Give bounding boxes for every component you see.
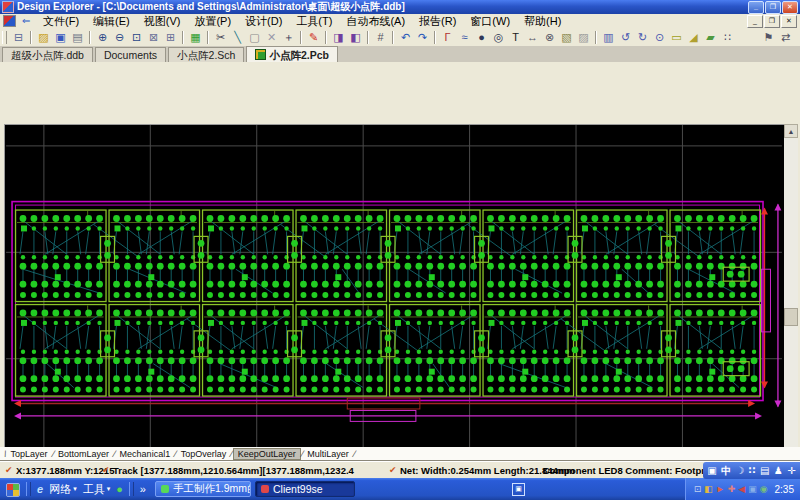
place-polygon-icon[interactable]: ◢ bbox=[685, 29, 702, 45]
vertical-scrollbar[interactable]: ▲ ▼ bbox=[784, 124, 798, 498]
tray-updates-icon[interactable]: ◧ bbox=[704, 478, 713, 500]
language-bar[interactable]: ▣中☽∷▤♟✛ bbox=[703, 462, 800, 479]
menu-item-4[interactable]: 设计(D) bbox=[238, 14, 289, 29]
quicklaunch-grip[interactable] bbox=[129, 482, 134, 496]
design-explorer-icon[interactable] bbox=[3, 15, 16, 27]
cut-icon[interactable]: ✂ bbox=[212, 29, 229, 45]
explorer-tree-icon[interactable]: ⊟ bbox=[10, 29, 27, 45]
component-array-icon[interactable]: ∷ bbox=[719, 29, 736, 45]
green-app-icon[interactable]: ● bbox=[116, 483, 123, 495]
place-origin-icon[interactable]: ⊗ bbox=[541, 29, 558, 45]
mdi-close-button[interactable]: ✕ bbox=[781, 15, 797, 28]
ime-punctuation-icon[interactable]: ∷ bbox=[749, 462, 756, 479]
document-tab-2[interactable]: 小点阵2.Sch bbox=[168, 47, 244, 62]
menu-item-3[interactable]: 放置(P) bbox=[187, 14, 238, 29]
pcb-drawing[interactable] bbox=[5, 125, 783, 497]
quicklaunch-grip[interactable] bbox=[26, 482, 31, 496]
network-menu[interactable]: 网络▾ bbox=[49, 482, 77, 497]
dropdown-arrow-icon[interactable]: ▾ bbox=[73, 485, 77, 493]
save-icon[interactable]: ▣ bbox=[52, 29, 69, 45]
rotate-angle-icon[interactable]: ⊙ bbox=[651, 29, 668, 45]
browse-library-icon[interactable]: ◧ bbox=[347, 29, 364, 45]
zoom-out-icon[interactable]: ⊖ bbox=[111, 29, 128, 45]
overflow-chevron[interactable]: » bbox=[140, 483, 146, 495]
rotate-ccw-icon[interactable]: ↺ bbox=[617, 29, 634, 45]
place-fill-icon[interactable]: ▧ bbox=[558, 29, 575, 45]
redo-icon[interactable]: ↷ bbox=[414, 29, 431, 45]
minimize-button[interactable]: _ bbox=[748, 1, 764, 14]
layer-tab-bottomlayer[interactable]: BottomLayer bbox=[54, 449, 113, 459]
browse-pcb-icon[interactable]: ▦ bbox=[187, 29, 204, 45]
rotate-cw-icon[interactable]: ↻ bbox=[634, 29, 651, 45]
mdi-restore-button[interactable]: ❐ bbox=[764, 15, 780, 28]
select-area-icon[interactable]: ▢ bbox=[246, 29, 263, 45]
menu-item-7[interactable]: 报告(R) bbox=[412, 14, 463, 29]
deselect-icon[interactable]: ✕ bbox=[263, 29, 280, 45]
mdi-minimize-button[interactable]: _ bbox=[747, 15, 763, 28]
open-document-icon[interactable]: ▨ bbox=[35, 29, 52, 45]
task-button-1[interactable]: Client99se bbox=[255, 481, 355, 497]
place-rectangle-icon[interactable]: ▭ bbox=[668, 29, 685, 45]
tools-menu[interactable]: 工具▾ bbox=[83, 482, 111, 497]
layer-tab-topoverlay[interactable]: TopOverlay bbox=[177, 449, 231, 459]
place-arc-icon[interactable]: ≈ bbox=[456, 29, 473, 45]
menu-item-2[interactable]: 视图(V) bbox=[137, 14, 188, 29]
draw-line-icon[interactable]: ╲ bbox=[229, 29, 246, 45]
start-button[interactable] bbox=[6, 483, 20, 497]
pcb-canvas[interactable] bbox=[4, 124, 784, 498]
scroll-up-button[interactable]: ▲ bbox=[784, 124, 798, 138]
menu-item-5[interactable]: 工具(T) bbox=[289, 14, 339, 29]
ie-icon[interactable]: e bbox=[37, 483, 43, 495]
place-dimension-icon[interactable]: ↔ bbox=[524, 29, 541, 45]
ime-user-icon[interactable]: ♟ bbox=[774, 462, 783, 479]
tray-health-icon[interactable]: ✚ bbox=[728, 478, 736, 500]
tray-network-icon[interactable]: ▣ bbox=[748, 478, 757, 500]
dropdown-arrow-icon[interactable]: ▾ bbox=[107, 485, 111, 493]
place-string-icon[interactable]: T bbox=[507, 29, 524, 45]
vscroll-thumb[interactable] bbox=[784, 308, 798, 326]
zoom-in-icon[interactable]: ⊕ bbox=[94, 29, 111, 45]
undo-icon[interactable]: ↶ bbox=[397, 29, 414, 45]
ie-icon[interactable]: e bbox=[37, 483, 43, 495]
menu-item-9[interactable]: 帮助(H) bbox=[517, 14, 568, 29]
maximize-button[interactable]: ❐ bbox=[765, 1, 781, 14]
zoom-selection-icon[interactable]: ⊞ bbox=[162, 29, 179, 45]
place-pad-icon[interactable]: ● bbox=[473, 29, 490, 45]
place-via-icon[interactable]: ◎ bbox=[490, 29, 507, 45]
back-arrow-icon[interactable]: ⇐ bbox=[22, 16, 33, 26]
paste-array-icon[interactable]: ▥ bbox=[600, 29, 617, 45]
library-icon[interactable]: ◨ bbox=[330, 29, 347, 45]
place-track-icon[interactable]: Γ bbox=[439, 29, 456, 45]
task-button-0[interactable]: 手工制作1.9mm的模 bbox=[155, 481, 251, 497]
tray-volume-icon[interactable]: ◀ bbox=[738, 478, 745, 500]
zoom-window-icon[interactable]: ⊡ bbox=[128, 29, 145, 45]
pinned-window-icon[interactable]: ▣ bbox=[512, 483, 525, 496]
menu-item-0[interactable]: 文件(F) bbox=[36, 14, 86, 29]
document-tab-0[interactable]: 超级小点阵.ddb bbox=[2, 47, 93, 62]
ime-lang-chinese-icon[interactable]: 中 bbox=[721, 462, 731, 479]
toolbar-grip[interactable] bbox=[2, 31, 7, 44]
ime-fullwidth-moon-icon[interactable]: ☽ bbox=[735, 462, 744, 479]
layer-tab-toplayer[interactable]: TopLayer bbox=[7, 449, 52, 459]
layer-tab-keepoutlayer[interactable]: KeepOutLayer bbox=[233, 448, 301, 460]
tray-window-icon[interactable]: ⊡ bbox=[694, 478, 702, 500]
grid-icon[interactable]: # bbox=[372, 29, 389, 45]
place-plane-icon[interactable]: ▰ bbox=[702, 29, 719, 45]
menu-item-1[interactable]: 编辑(E) bbox=[86, 14, 137, 29]
panel-toggle-icon[interactable]: ⇄ bbox=[777, 29, 794, 45]
print-icon[interactable]: ▤ bbox=[69, 29, 86, 45]
move-icon[interactable]: ＋ bbox=[280, 29, 297, 45]
ime-options-icon[interactable]: ✛ bbox=[787, 462, 795, 479]
layer-tab-mechanical1[interactable]: Mechanical1 bbox=[116, 449, 175, 459]
ime-box-icon[interactable]: ▣ bbox=[707, 462, 716, 479]
document-tab-1[interactable]: Documents bbox=[95, 47, 166, 62]
zoom-document-icon[interactable]: ⊠ bbox=[145, 29, 162, 45]
close-button[interactable]: ✕ bbox=[782, 1, 798, 14]
report-flag-icon[interactable]: ⚑ bbox=[760, 29, 777, 45]
menu-item-6[interactable]: 自动布线(A) bbox=[339, 14, 412, 29]
tray-player-icon[interactable]: ► bbox=[716, 478, 725, 500]
highlight-pen-icon[interactable]: ✎ bbox=[305, 29, 322, 45]
layer-tab-multilayer[interactable]: MultiLayer bbox=[303, 449, 353, 459]
menu-item-8[interactable]: 窗口(W) bbox=[463, 14, 517, 29]
document-tab-3[interactable]: 小点阵2.Pcb bbox=[246, 46, 338, 62]
